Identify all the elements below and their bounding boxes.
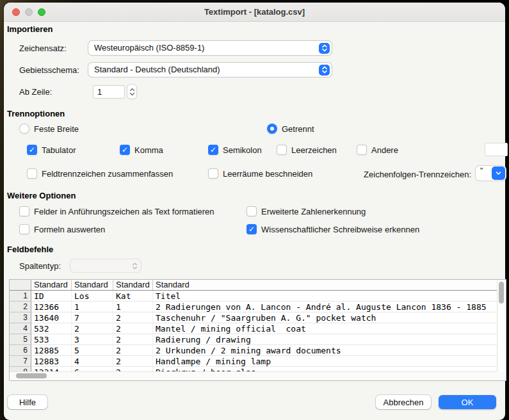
separated-label[interactable]: Getrennt [282,124,314,134]
section-other-options-title: Weitere Optionen [7,191,76,200]
semicolon-label[interactable]: Semikolon [223,145,262,156]
table-cell: 4 [72,356,113,367]
titlebar[interactable]: Textimport - [katalog.csv] [4,3,505,22]
evaluate-formulas-checkbox[interactable] [19,224,29,234]
cancel-button[interactable]: Abbrechen [376,395,431,409]
table-cell: 1 [72,302,113,312]
detect-scientific-label[interactable]: Wissenschaftlicher Schreibweise erkennen [261,224,419,235]
string-delimiter-combo[interactable]: " [476,166,506,181]
fixed-width-label[interactable]: Feste Breite [34,124,79,134]
zoom-window-button[interactable] [38,8,45,16]
trim-spaces-checkbox[interactable] [208,168,218,179]
table-cell: 5 [72,345,113,356]
vertical-scrollbar-thumb[interactable] [499,282,504,303]
evaluate-formulas-label[interactable]: Formeln auswerten [34,224,105,235]
window-title: Textimport - [katalog.csv] [4,3,505,21]
table-cell: 2 Radierungen von A. Lancon - André al. … [153,302,497,312]
fixed-width-radio[interactable] [19,124,29,134]
chevron-up-down-icon[interactable] [319,65,330,76]
table-cell: 2 [113,356,153,367]
table-cell: 12366 [31,302,72,312]
semicolon-checkbox[interactable] [208,145,218,155]
column-header[interactable]: Standard [31,280,72,290]
preview-header-row: Standard Standard Standard Standard [10,280,497,291]
comma-checkbox[interactable] [120,145,130,155]
row-number: 6 [10,345,31,356]
table-row[interactable]: 453222Mantel / mining official coat [10,323,497,334]
table-cell: ID [31,291,72,302]
from-row-input[interactable]: 1 [93,85,125,99]
charset-dropdown[interactable]: Westeuropäisch (ISO-8859-1) [88,41,332,55]
vertical-scrollbar[interactable] [497,280,506,372]
string-delimiter-value: " [480,166,483,175]
locale-value: Standard - Deutsch (Deutschland) [94,63,220,77]
table-cell: 2 Urkunden / 2 mining award documents [153,345,497,356]
table-cell: 2 [113,323,153,334]
tab-label[interactable]: Tabulator [42,145,76,156]
table-cell: 533 [31,334,72,345]
traffic-lights [12,8,45,16]
table-cell: 532 [31,323,72,334]
help-button[interactable]: Hilfe [8,395,47,409]
table-cell: 2 [113,334,153,345]
ok-button[interactable]: OK [439,395,496,409]
table-cell: Mantel / mining official coat [153,323,497,334]
column-header[interactable]: Standard [72,280,113,290]
row-number: 1 [10,291,31,302]
table-cell: Handlampe / mining lamp [153,356,497,367]
space-checkbox[interactable] [277,145,287,155]
table-cell: 13640 [31,312,72,323]
separated-radio[interactable] [267,124,277,134]
row-number: 2 [10,302,31,312]
horizontal-scrollbar-thumb[interactable] [16,373,47,378]
table-row[interactable]: 71288342Handlampe / mining lamp [10,356,497,367]
locale-dropdown[interactable]: Standard - Deutsch (Deutschland) [88,63,332,77]
detect-numbers-label[interactable]: Erweiterte Zahlenerkennung [261,206,366,217]
merge-delimiters-checkbox[interactable] [27,168,37,179]
table-cell: 1 [113,302,153,312]
table-cell: Titel [153,291,497,302]
from-row-stepper[interactable] [127,85,136,99]
table-row[interactable]: 612885522 Urkunden / 2 mining award docu… [10,345,497,356]
other-label[interactable]: Andere [371,145,398,156]
detect-numbers-checkbox[interactable] [246,206,257,216]
preview-grid: Standard Standard Standard Standard 1IDL… [10,280,497,372]
table-row[interactable]: 212366112 Radierungen von A. Lancon - An… [10,302,497,312]
column-type-label: Spaltentyp: [19,261,61,271]
comma-label[interactable]: Komma [134,145,163,156]
table-cell: 12885 [31,345,72,356]
close-window-button[interactable] [12,8,20,16]
row-number: 7 [10,356,31,367]
table-cell: Radierung / drawing [153,334,497,345]
string-delimiter-label: Zeichenfolgen-Trennzeichen: [343,169,471,180]
column-header[interactable]: Standard [113,280,153,290]
quoted-as-text-checkbox[interactable] [19,206,29,216]
table-cell: 2 [113,345,153,356]
other-checkbox[interactable] [357,145,367,155]
chevron-down-icon[interactable] [492,166,505,180]
horizontal-scrollbar[interactable] [10,371,497,380]
quoted-as-text-label[interactable]: Felder in Anführungszeichen als Text for… [34,206,214,217]
table-cell: 3 [72,334,113,345]
corner-cell [10,280,31,290]
charset-label: Zeichensatz: [19,43,67,54]
chevron-up-down-icon[interactable] [319,43,330,54]
csv-preview-table[interactable]: Standard Standard Standard Standard 1IDL… [9,279,506,381]
minimize-window-button[interactable] [25,8,33,16]
detect-scientific-checkbox[interactable] [246,224,257,234]
merge-delimiters-label[interactable]: Feldtrennzeichen zusammenfassen [42,168,173,179]
chevron-down-icon [129,92,135,96]
table-row[interactable]: 1IDLosKatTitel [10,291,497,302]
other-separator-input[interactable] [485,143,508,156]
scrollbar-corner [497,372,506,380]
table-row[interactable]: 31364072Taschenuhr / "Saargruben A. G." … [10,312,497,323]
table-cell: 2 [72,323,113,334]
column-header[interactable]: Standard [153,280,497,290]
table-cell: Kat [113,291,153,302]
charset-value: Westeuropäisch (ISO-8859-1) [94,41,204,55]
table-row[interactable]: 553332Radierung / drawing [10,334,497,345]
tab-checkbox[interactable] [27,145,37,155]
chevron-up-icon [129,88,135,92]
trim-spaces-label[interactable]: Leerräume beschneiden [223,168,312,179]
space-label[interactable]: Leerzeichen [291,145,337,156]
